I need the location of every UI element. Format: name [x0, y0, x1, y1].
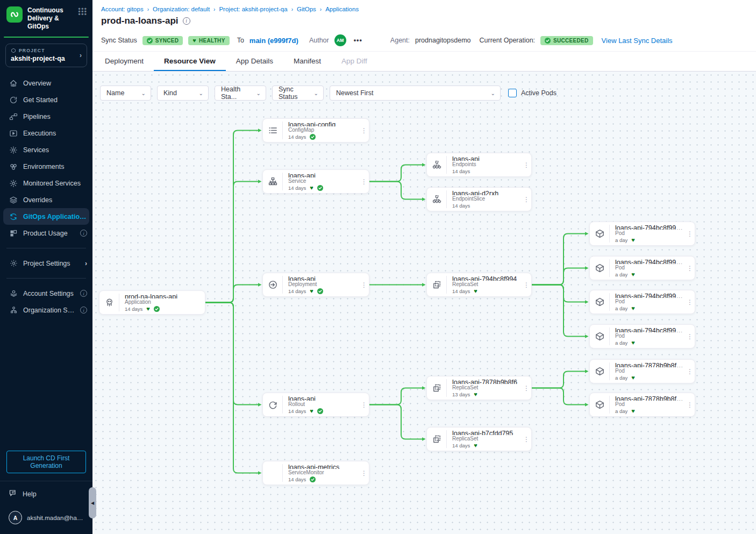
pod-icon — [590, 327, 610, 345]
project-label: PROJECT — [11, 48, 82, 53]
harness-logo-icon[interactable] — [6, 6, 23, 23]
sidebar-item-label: Project Settings — [23, 260, 80, 267]
tab-deployment[interactable]: Deployment — [95, 52, 154, 71]
node-name: loans-api-794bc8f994-8... — [615, 327, 684, 332]
kebab-menu-icon[interactable]: ⋮ — [522, 153, 531, 176]
user-avatar: A — [9, 511, 22, 524]
node-kind: Pod — [615, 401, 684, 408]
resource-node-deployment[interactable]: loans-api Deployment 14 days♥ ⋮ — [262, 273, 369, 297]
sidebar-item-label: Product Usage — [23, 230, 75, 237]
resource-node-root[interactable]: prod-na-loans-api Application 14 days♥ — [99, 290, 205, 315]
node-name: prod-na-loans-api — [125, 293, 199, 298]
sidebar-collapse-handle[interactable]: ◀ — [89, 487, 96, 518]
kebab-menu-icon[interactable]: ⋮ — [685, 325, 695, 348]
resource-node-service[interactable]: loans-api Service 14 days♥ ⋮ — [262, 169, 369, 194]
replicaset-icon — [427, 379, 447, 397]
sidebar-item-executions[interactable]: Executions — [0, 125, 92, 141]
kebab-menu-icon[interactable]: ⋮ — [685, 290, 695, 314]
resource-node-pod6[interactable]: loans-api-7878b9b8f6-5... Pod a day♥ ⋮ — [589, 393, 695, 417]
kebab-menu-icon[interactable]: ⋮ — [685, 360, 695, 383]
none-icon — [263, 464, 283, 482]
resource-node-config[interactable]: loans-api-config ConfigMap 14 days ⋮ — [262, 118, 369, 143]
help-button[interactable]: Help — [9, 489, 85, 499]
tab-manifest[interactable]: Manifest — [283, 52, 331, 71]
info-icon[interactable]: i — [183, 17, 190, 25]
sidebar-item-account-settings[interactable]: Account Settings i — [0, 285, 92, 302]
info-icon[interactable]: i — [80, 290, 87, 297]
user-account[interactable]: A akshit.madan@harnes... — [9, 511, 85, 524]
resource-node-pod3[interactable]: loans-api-794bc8f994-p... Pod a day♥ ⋮ — [589, 290, 695, 314]
resource-node-pod2[interactable]: loans-api-794bc8f994-xr... Pod a day♥ ⋮ — [589, 256, 695, 280]
edge-rs7878-pod6 — [532, 388, 585, 405]
author-avatar[interactable]: AM — [334, 34, 346, 46]
resource-node-pod1[interactable]: loans-api-794bc8f994-b... Pod a day♥ ⋮ — [589, 222, 695, 246]
gitops-icon — [9, 212, 18, 221]
replicaset-icon — [427, 276, 447, 294]
resource-node-endpointslice[interactable]: loans-api-d2rxh EndpointSlice 14 days ⋮ — [426, 187, 532, 211]
kebab-menu-icon[interactable]: ⋮ — [522, 188, 531, 211]
node-kind: ServiceMonitor — [288, 469, 358, 476]
kebab-menu-icon[interactable]: ⋮ — [685, 222, 695, 245]
kebab-menu-icon[interactable]: ⋮ — [359, 273, 369, 296]
usage-icon — [9, 229, 18, 238]
resource-node-metrics[interactable]: loans-api-metrics ServiceMonitor 14 days… — [262, 461, 369, 485]
tab-app-details[interactable]: App Details — [226, 52, 283, 71]
project-selector[interactable]: PROJECT akshit-project-qa › — [5, 44, 87, 67]
kebab-menu-icon[interactable]: ⋮ — [359, 461, 369, 485]
resource-node-rs7878[interactable]: loans-api-7878b9b8f6 ReplicaSet 13 days♥… — [426, 376, 532, 400]
sidebar-item-pipelines[interactable]: Pipelines — [0, 108, 92, 125]
breadcrumb-link[interactable]: Account: gitops — [101, 6, 144, 12]
kebab-menu-icon[interactable]: ⋮ — [359, 170, 369, 193]
sidebar-item-overrides[interactable]: Overrides — [0, 191, 92, 208]
module-switcher-icon[interactable]: ••••••••• — [78, 8, 87, 16]
kebab-menu-icon[interactable]: ⋮ — [522, 273, 531, 296]
edge-service-endpointslice — [369, 182, 422, 200]
breadcrumb-link[interactable]: Organization: default — [153, 6, 210, 12]
info-icon[interactable]: i — [80, 230, 87, 237]
breadcrumb-link[interactable]: Project: akshit-project-qa — [219, 6, 287, 12]
kebab-menu-icon[interactable]: ⋮ — [359, 393, 369, 416]
sidebar-item-monitored-services[interactable]: Monitored Services — [0, 175, 92, 191]
tab-app-diff: App Diff — [331, 52, 377, 71]
view-last-sync-details-link[interactable]: View Last Sync Details — [602, 37, 673, 45]
sidebar-item-label: Executions — [23, 130, 87, 137]
sidebar-item-organization-settings[interactable]: Organization Settings i — [0, 302, 92, 318]
resource-node-rs794[interactable]: loans-api-794bc8f994 ReplicaSet 14 days♥… — [426, 273, 532, 297]
node-kind: Pod — [615, 230, 684, 237]
check-circle-icon — [310, 476, 316, 482]
kebab-menu-icon[interactable]: ⋮ — [685, 393, 695, 416]
tab-bar: DeploymentResource ViewApp DetailsManife… — [92, 52, 756, 72]
more-options-icon[interactable]: ••• — [352, 37, 365, 44]
info-icon[interactable]: i — [80, 307, 87, 314]
node-kind: Pod — [615, 298, 684, 305]
breadcrumb: Account: gitops›Organization: default›Pr… — [92, 0, 756, 12]
sidebar-item-environments[interactable]: Environments — [0, 158, 92, 175]
kebab-menu-icon[interactable]: ⋮ — [522, 428, 531, 451]
kebab-menu-icon[interactable]: ⋮ — [359, 119, 369, 142]
sidebar-item-get-started[interactable]: Get Started — [0, 91, 92, 108]
author-label: Author — [309, 37, 329, 44]
sidebar-item-project-settings[interactable]: Project Settings › — [0, 255, 92, 272]
launch-cd-first-gen-button[interactable]: Launch CD First Generation — [6, 451, 86, 473]
branch-link[interactable]: main (e999f7d) — [249, 37, 298, 45]
tab-resource-view[interactable]: Resource View — [154, 52, 226, 71]
resource-node-pod5[interactable]: loans-api-7878b9b8f6-6... Pod a day♥ ⋮ — [589, 359, 695, 383]
node-name: loans-api-794bc8f994-p... — [615, 293, 684, 298]
pod-icon — [590, 396, 610, 414]
edge-root-config — [205, 131, 258, 303]
sidebar-item-product-usage[interactable]: Product Usagei — [0, 225, 92, 241]
breadcrumb-link[interactable]: Applications — [325, 6, 359, 12]
heart-icon: ♥ — [474, 391, 477, 397]
resource-node-rsb7cf[interactable]: loans-api-b7cfdd795 ReplicaSet 14 days♥ … — [426, 427, 532, 451]
sidebar-item-overview[interactable]: Overview — [0, 75, 92, 91]
kebab-menu-icon[interactable]: ⋮ — [522, 376, 531, 400]
node-age: 13 days — [452, 391, 470, 398]
kebab-menu-icon[interactable]: ⋮ — [685, 257, 695, 280]
resource-node-pod4[interactable]: loans-api-794bc8f994-8... Pod a day♥ ⋮ — [589, 324, 695, 348]
resource-node-endpoints[interactable]: loans-api Endpoints 14 days ⋮ — [426, 153, 532, 177]
node-kind: EndpointSlice — [452, 195, 520, 203]
breadcrumb-link[interactable]: GitOps — [297, 6, 316, 12]
sidebar-item-services[interactable]: Services — [0, 141, 92, 158]
resource-node-rollout[interactable]: loans-api Rollout 14 days♥ ⋮ — [262, 393, 369, 417]
sidebar-item-gitops-applications[interactable]: GitOps Applications — [3, 208, 89, 225]
